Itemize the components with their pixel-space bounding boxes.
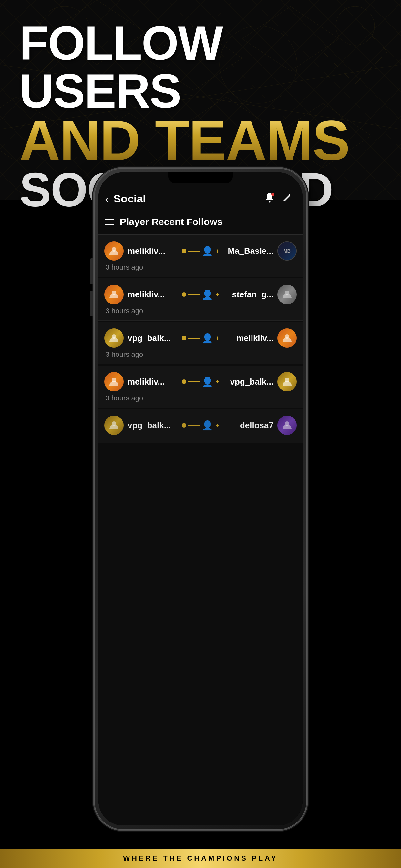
- follow-icon: 👤 +: [182, 246, 219, 256]
- avatar-placeholder: [104, 372, 124, 392]
- screen-content: ‹ Social: [98, 173, 303, 826]
- follow-dot: [182, 292, 186, 297]
- follow-icon: 👤 +: [182, 333, 219, 344]
- feed-item[interactable]: melikliν... 👤 + Ma_Basle... MB: [98, 235, 303, 277]
- to-avatar: MB: [277, 241, 297, 260]
- feed-item[interactable]: melikliv... 👤 + vpg_balk...: [98, 366, 303, 408]
- nav-bar: ‹ Social: [98, 189, 303, 209]
- hero-line-1: FOLLOW USERS: [19, 20, 382, 115]
- plus-icon: +: [216, 378, 219, 385]
- feed-item-row: melikliv... 👤 + vpg_balk...: [104, 372, 297, 392]
- feed-item-row: melikliv... 👤 + stefan_g...: [104, 285, 297, 304]
- person-icon: 👤: [202, 420, 213, 431]
- follow-line: [188, 294, 200, 295]
- person-icon: 👤: [202, 376, 213, 387]
- plus-icon: +: [216, 291, 219, 298]
- section-title: Player Recent Follows: [120, 216, 222, 227]
- avatar-placeholder-2: MB: [278, 242, 296, 260]
- timestamp: 3 hours ago: [104, 350, 297, 359]
- from-avatar: [104, 285, 124, 304]
- phone-mockup: ‹ Social: [94, 168, 307, 830]
- plus-icon: +: [216, 248, 219, 254]
- avatar-placeholder: [277, 415, 297, 435]
- hero-line-2: AND TEAMS: [19, 115, 382, 166]
- to-username: vpg_balk...: [223, 377, 274, 387]
- feed-item-row: vpg_balk... 👤 + dellosa7: [104, 415, 297, 435]
- avatar-placeholder: [104, 241, 124, 260]
- nav-right: [264, 192, 293, 206]
- follow-icon: 👤 +: [182, 420, 219, 431]
- nav-left: ‹ Social: [105, 192, 146, 205]
- nav-title: Social: [114, 192, 146, 205]
- follow-dot: [182, 423, 186, 428]
- notification-icon[interactable]: [264, 192, 275, 206]
- hamburger-line-2: [105, 221, 114, 222]
- from-username: vpg_balk...: [127, 421, 178, 430]
- from-username: melikliν...: [127, 246, 178, 256]
- person-icon: 👤: [202, 289, 213, 300]
- feed-item-row: vpg_balk... 👤 + melikliv...: [104, 329, 297, 348]
- feed-item[interactable]: vpg_balk... 👤 + dellosa7: [98, 409, 303, 443]
- tagline-text: WHERE THE CHAMPIONS PLAY: [123, 854, 278, 863]
- svg-point-14: [269, 201, 271, 203]
- follow-icon: 👤 +: [182, 376, 219, 387]
- follow-line: [188, 381, 200, 382]
- to-avatar: [277, 285, 297, 304]
- to-avatar: [277, 415, 297, 435]
- feed-list: melikliν... 👤 + Ma_Basle... MB: [98, 235, 303, 443]
- follow-line: [188, 425, 200, 426]
- hamburger-menu[interactable]: [105, 219, 114, 225]
- avatar-placeholder: [104, 329, 124, 348]
- person-icon: 👤: [202, 333, 213, 344]
- hamburger-line-1: [105, 219, 114, 220]
- from-username: melikliv...: [127, 290, 178, 300]
- timestamp: 3 hours ago: [104, 307, 297, 315]
- follow-icon: 👤 +: [182, 289, 219, 300]
- avatar-placeholder: [104, 285, 124, 304]
- phone-shell: ‹ Social: [94, 168, 307, 830]
- person-icon: 👤: [202, 246, 213, 256]
- timestamp: 3 hours ago: [104, 263, 297, 272]
- follow-line: [188, 251, 200, 252]
- svg-point-15: [271, 193, 274, 196]
- to-avatar: [277, 372, 297, 392]
- plus-icon: +: [216, 335, 219, 342]
- follow-dot: [182, 379, 186, 384]
- from-avatar: [104, 329, 124, 348]
- to-username: stefan_g...: [223, 290, 274, 300]
- avatar-placeholder: [277, 329, 297, 348]
- phone-screen: ‹ Social: [98, 173, 303, 826]
- phone-notch: [168, 173, 233, 183]
- from-avatar: [104, 241, 124, 260]
- from-username: vpg_balk...: [127, 333, 178, 343]
- to-username: Ma_Basle...: [223, 246, 274, 256]
- edit-icon[interactable]: [282, 192, 293, 206]
- timestamp: 3 hours ago: [104, 394, 297, 402]
- hamburger-line-3: [105, 224, 114, 225]
- feed-item[interactable]: melikliv... 👤 + stefan_g...: [98, 278, 303, 321]
- to-username: melikliv...: [223, 333, 274, 343]
- follow-line: [188, 338, 200, 339]
- plus-icon: +: [216, 422, 219, 429]
- avatar-placeholder: [277, 285, 297, 304]
- back-button[interactable]: ‹: [105, 194, 109, 204]
- feed-item[interactable]: vpg_balk... 👤 + melikliv...: [98, 322, 303, 364]
- bottom-tagline: WHERE THE CHAMPIONS PLAY: [0, 848, 401, 868]
- follow-dot: [182, 249, 186, 253]
- to-username: dellosa7: [223, 421, 274, 430]
- avatar-placeholder: [277, 372, 297, 392]
- to-avatar: [277, 329, 297, 348]
- section-header: Player Recent Follows: [98, 209, 303, 235]
- avatar-placeholder: [104, 415, 124, 435]
- from-avatar: [104, 415, 124, 435]
- follow-dot: [182, 336, 186, 340]
- from-avatar: [104, 372, 124, 392]
- from-username: melikliv...: [127, 377, 178, 387]
- feed-item-row: melikliν... 👤 + Ma_Basle... MB: [104, 241, 297, 260]
